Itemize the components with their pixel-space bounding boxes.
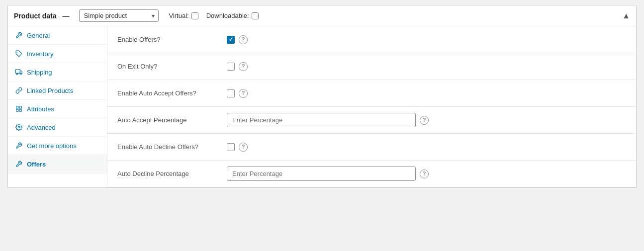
- control-enable-auto-decline: ?: [227, 143, 626, 152]
- product-type-wrapper[interactable]: Simple product: [79, 9, 159, 22]
- virtual-checkbox[interactable]: [191, 12, 198, 19]
- virtual-label[interactable]: Virtual:: [169, 12, 198, 19]
- sidebar-item-linked-products[interactable]: Linked Products: [8, 82, 107, 100]
- sidebar-item-attributes[interactable]: Attributes: [8, 100, 107, 118]
- enable-offers-checkbox[interactable]: [227, 36, 235, 44]
- sidebar-item-advanced[interactable]: Advanced: [8, 118, 107, 137]
- on-exit-only-checkbox[interactable]: [227, 63, 235, 71]
- downloadable-text: Downloadable:: [206, 12, 249, 19]
- star-icon: [15, 142, 23, 150]
- title-separator: —: [62, 12, 69, 20]
- form-row-enable-auto-accept: Enable Auto Accept Offers? ?: [107, 80, 636, 107]
- panel-title: Product data —: [14, 12, 73, 20]
- sidebar-label-general: General: [27, 32, 50, 39]
- sidebar-item-shipping[interactable]: Shipping: [8, 63, 107, 82]
- truck-icon: [15, 68, 23, 76]
- auto-accept-percentage-input[interactable]: [227, 113, 416, 127]
- sidebar-label-get-more-options: Get more options: [27, 142, 77, 150]
- sidebar-label-inventory: Inventory: [27, 50, 53, 58]
- control-on-exit-only: ?: [227, 62, 626, 71]
- panel-body: General Inventory Shipping Linked Produc…: [8, 26, 636, 187]
- sidebar-item-general[interactable]: General: [8, 26, 107, 45]
- help-icon-auto-accept[interactable]: ?: [239, 89, 248, 98]
- tag-icon: [15, 50, 23, 58]
- panel-header: Product data — Simple product Virtual: D…: [8, 5, 636, 26]
- help-icon-enable-offers[interactable]: ?: [239, 35, 248, 44]
- virtual-text: Virtual:: [169, 12, 188, 19]
- form-row-enable-offers: Enable Offers? ?: [107, 26, 636, 53]
- sidebar-label-offers: Offers: [27, 161, 46, 168]
- downloadable-checkbox[interactable]: [252, 12, 259, 19]
- wrench-icon: [15, 31, 23, 39]
- product-data-title: Product data: [14, 12, 57, 20]
- label-enable-auto-accept: Enable Auto Accept Offers?: [117, 89, 227, 97]
- help-icon-auto-decline-pct[interactable]: ?: [420, 169, 429, 178]
- label-on-exit-only: On Exit Only?: [117, 63, 227, 70]
- collapse-arrow[interactable]: ▲: [622, 12, 630, 20]
- sidebar-item-offers[interactable]: Offers: [8, 155, 107, 173]
- enable-auto-decline-checkbox[interactable]: [227, 143, 235, 151]
- sidebar: General Inventory Shipping Linked Produc…: [8, 26, 107, 187]
- label-auto-decline-percentage: Auto Decline Percentage: [117, 170, 227, 177]
- enable-auto-accept-checkbox[interactable]: [227, 89, 235, 97]
- svg-rect-6: [19, 106, 21, 108]
- label-enable-offers: Enable Offers?: [117, 36, 227, 43]
- label-auto-accept-percentage: Auto Accept Percentage: [117, 116, 227, 124]
- link-icon: [15, 86, 23, 94]
- form-row-auto-accept-percentage: Auto Accept Percentage ?: [107, 107, 636, 134]
- svg-rect-7: [16, 109, 18, 111]
- svg-point-3: [16, 73, 18, 75]
- form-row-enable-auto-decline: Enable Auto Decline Offers? ?: [107, 134, 636, 161]
- sidebar-label-attributes: Attributes: [27, 105, 54, 113]
- svg-point-9: [18, 126, 20, 128]
- product-data-panel: Product data — Simple product Virtual: D…: [7, 5, 637, 188]
- control-auto-accept-percentage: ?: [227, 113, 626, 127]
- gear-icon: [15, 123, 23, 131]
- svg-marker-2: [20, 71, 22, 74]
- label-enable-auto-decline: Enable Auto Decline Offers?: [117, 143, 227, 151]
- help-icon-auto-accept-pct[interactable]: ?: [420, 116, 429, 125]
- product-type-select[interactable]: Simple product: [79, 9, 159, 22]
- sidebar-label-linked-products: Linked Products: [27, 87, 73, 94]
- control-enable-auto-accept: ?: [227, 89, 626, 98]
- sidebar-label-advanced: Advanced: [27, 124, 56, 131]
- sidebar-label-shipping: Shipping: [27, 69, 52, 76]
- auto-decline-percentage-input[interactable]: [227, 167, 416, 181]
- svg-rect-5: [16, 106, 18, 108]
- downloadable-label[interactable]: Downloadable:: [206, 12, 259, 19]
- svg-rect-1: [16, 70, 20, 74]
- sidebar-item-get-more-options[interactable]: Get more options: [8, 137, 107, 155]
- help-icon-auto-decline[interactable]: ?: [239, 143, 248, 152]
- offers-icon: [15, 160, 23, 168]
- svg-point-4: [20, 73, 21, 75]
- grid-icon: [15, 105, 23, 113]
- svg-rect-8: [19, 109, 21, 111]
- help-icon-on-exit-only[interactable]: ?: [239, 62, 248, 71]
- control-auto-decline-percentage: ?: [227, 167, 626, 181]
- control-enable-offers: ?: [227, 35, 626, 44]
- form-row-auto-decline-percentage: Auto Decline Percentage ?: [107, 161, 636, 187]
- sidebar-item-inventory[interactable]: Inventory: [8, 45, 107, 63]
- form-row-on-exit-only: On Exit Only? ?: [107, 53, 636, 80]
- main-form-content: Enable Offers? ? On Exit Only? ?: [107, 26, 636, 187]
- header-options: Virtual: Downloadable:: [169, 12, 258, 19]
